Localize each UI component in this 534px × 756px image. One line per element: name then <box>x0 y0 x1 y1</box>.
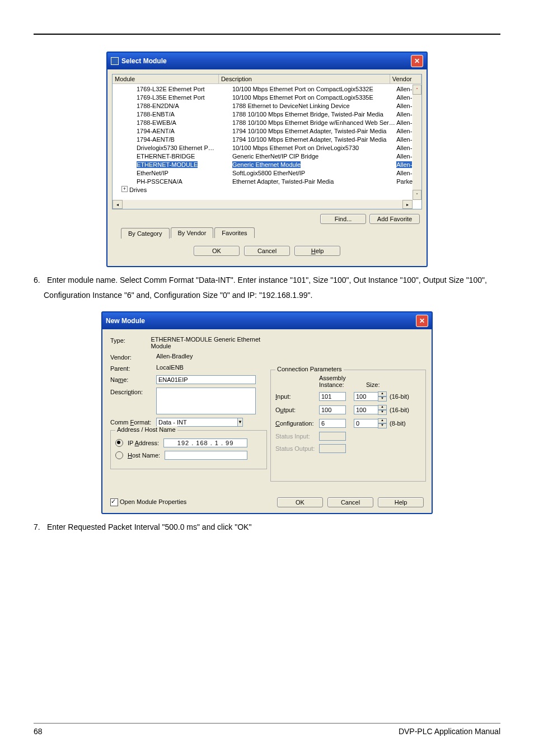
output-bit: (16-bit) <box>390 407 409 413</box>
new-module-dialog: New Module ✕ Type:ETHERNET-MODULE Generi… <box>101 311 433 514</box>
module-row[interactable]: ETHERNET-BRIDGEGeneric EtherNet/IP CIP B… <box>116 152 420 161</box>
chevron-down-icon[interactable]: ▼ <box>237 418 243 427</box>
output-label: Output: <box>275 407 319 413</box>
description-input[interactable] <box>156 388 256 414</box>
module-row[interactable]: 1769-L35E Ethernet Port10/100 Mbps Ether… <box>116 94 420 102</box>
ip-radio[interactable] <box>115 439 123 447</box>
module-row[interactable]: Drivelogix5730 Ethernet P…10/100 Mbps Et… <box>116 144 420 152</box>
ok-button[interactable]: OK <box>194 246 240 256</box>
cancel-button[interactable]: Cancel <box>244 246 290 256</box>
cancel-button[interactable]: Cancel <box>327 497 373 507</box>
comm-format-select[interactable]: ▼ <box>156 418 242 427</box>
ip-input[interactable]: 192 . 168 . 1 . 99 <box>163 438 247 447</box>
desc-label: Description: <box>110 388 156 395</box>
scroll-right-icon[interactable]: ▸ <box>402 200 413 209</box>
step-6-text: 6.Enter module name. Select Comm Format … <box>34 273 500 302</box>
open-props-checkbox[interactable] <box>110 498 118 506</box>
status-output-label: Status Output: <box>275 445 319 452</box>
manual-title: DVP-PLC Application Manual <box>399 727 500 736</box>
status-output-instance <box>319 444 346 453</box>
help-button[interactable]: Help <box>294 246 340 256</box>
ip-label: IP Address: <box>128 440 159 446</box>
parent-label: Parent: <box>110 364 156 372</box>
dialog-title: Select Module <box>121 57 167 65</box>
input-label: Input: <box>275 393 319 400</box>
host-label: Host Name: <box>128 452 160 459</box>
dialog-title: New Module <box>106 317 145 325</box>
list-header: Module Description Vendor <box>113 74 421 84</box>
config-size[interactable] <box>354 419 378 428</box>
col-desc[interactable]: Description <box>219 74 390 83</box>
step-7-text: 7.Enter Requested Packet Interval "500.0… <box>34 520 500 535</box>
address-group: Address / Host Name IP Address:192 . 168… <box>110 430 267 469</box>
scroll-left-icon[interactable]: ◂ <box>113 200 123 209</box>
close-icon[interactable]: ✕ <box>416 315 428 327</box>
close-icon[interactable]: ✕ <box>411 55 423 67</box>
module-row[interactable]: 1794-AENT/A1794 10/100 Mbps Ethernet Ada… <box>116 127 420 136</box>
output-size[interactable] <box>354 405 378 414</box>
input-instance[interactable] <box>319 392 346 401</box>
tab-favorites[interactable]: Favorites <box>214 227 254 238</box>
status-input-label: Status Input: <box>275 433 319 440</box>
module-list[interactable]: Module Description Vendor 1769-L32E Ethe… <box>112 74 422 209</box>
scroll-down-icon[interactable]: ˅ <box>413 190 421 200</box>
module-row[interactable]: PH-PSSCENA/AEthernet Adapter, Twisted-Pa… <box>116 178 420 186</box>
config-bit: (8-bit) <box>390 420 406 427</box>
hscrollbar[interactable]: ◂▸ <box>113 200 413 209</box>
name-label: Name: <box>110 375 156 383</box>
module-row[interactable]: 1769-L32E Ethernet Port10/100 Mbps Ether… <box>116 85 420 94</box>
vendor-value: Allen-Bradley <box>156 353 193 360</box>
host-input[interactable] <box>165 451 247 460</box>
titlebar: Select Module ✕ <box>107 53 427 69</box>
input-size[interactable] <box>354 392 378 401</box>
module-row[interactable]: EtherNet/IPSoftLogix5800 EtherNet/IPAlle… <box>116 169 420 178</box>
conn-params-group: Connection Parameters AssemblyInstance: … <box>270 370 426 482</box>
type-value: ETHERNET-MODULE Generic Ethernet Module <box>151 336 267 349</box>
config-instance[interactable] <box>319 419 346 428</box>
module-row[interactable]: 1794-AENT/B1794 10/100 Mbps Ethernet Ada… <box>116 136 420 144</box>
col-vendor[interactable]: Vendor <box>390 74 421 83</box>
find-button[interactable]: Find... <box>320 214 366 224</box>
comm-label: Comm Format: <box>110 418 156 426</box>
module-row[interactable]: 1788-EN2DN/A1788 Ethernet to DeviceNet L… <box>116 102 420 110</box>
ok-button[interactable]: OK <box>277 497 323 507</box>
size-header: Size: <box>366 381 380 388</box>
tree-group[interactable]: +Drives <box>116 186 420 194</box>
config-label: Configuration: <box>275 420 319 427</box>
app-icon <box>111 57 119 65</box>
select-module-dialog: Select Module ✕ Module Description Vendo… <box>106 52 428 267</box>
input-bit: (16-bit) <box>390 393 409 400</box>
tab-category[interactable]: By Category <box>121 228 170 239</box>
output-size-spinner[interactable]: ▲▼ <box>378 405 387 415</box>
vscrollbar[interactable]: ˄˅ <box>413 85 421 200</box>
page-footer: 68 DVP-PLC Application Manual <box>34 723 500 736</box>
module-row[interactable]: 1788-ENBT/A1788 10/100 Mbps Ethernet Bri… <box>116 110 420 119</box>
expand-icon[interactable]: + <box>121 186 128 192</box>
titlebar: New Module ✕ <box>102 312 432 329</box>
page-number: 68 <box>34 727 43 736</box>
type-label: Type: <box>110 336 151 344</box>
col-module[interactable]: Module <box>113 74 219 83</box>
config-size-spinner[interactable]: ▲▼ <box>378 418 387 428</box>
output-instance[interactable] <box>319 405 346 414</box>
host-radio[interactable] <box>115 451 123 459</box>
parent-value: LocalENB <box>156 364 184 371</box>
input-size-spinner[interactable]: ▲▼ <box>378 391 387 402</box>
address-group-title: Address / Host Name <box>115 426 177 433</box>
header-rule <box>34 34 500 35</box>
tab-vendor[interactable]: By Vendor <box>171 227 214 238</box>
status-input-instance <box>319 432 346 441</box>
module-row[interactable]: 1788-EWEB/A1788 10/100 Mbps Ethernet Bri… <box>116 119 420 127</box>
module-row[interactable]: ETHERNET-MODULEGeneric Ethernet ModuleAl… <box>116 161 420 169</box>
scroll-up-icon[interactable]: ˄ <box>413 85 421 95</box>
add-favorite-button[interactable]: Add Favorite <box>369 214 420 224</box>
open-props-label: Open Module Properties <box>120 498 186 505</box>
help-button[interactable]: Help <box>378 497 424 507</box>
vendor-label: Vendor: <box>110 353 156 361</box>
conn-title: Connection Parameters <box>275 366 344 372</box>
tabs: By Category By Vendor Favorites <box>112 227 422 238</box>
name-input[interactable] <box>156 375 256 384</box>
